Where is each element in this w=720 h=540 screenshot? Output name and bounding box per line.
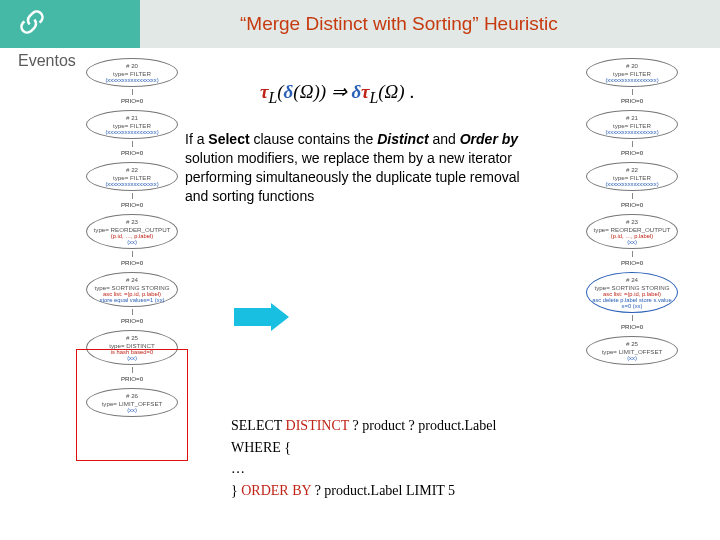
formula: τL(δ(Ω)) ⇒ δτL(Ω) . bbox=[260, 80, 414, 107]
node-filter: # 22type= FILTER(xxxxxxxxxxxxxxxxx) bbox=[586, 162, 678, 191]
code-line: WHERE { bbox=[231, 437, 496, 459]
node-sorting-merged: # 24type= SORTING STORINGasc list: =(p.i… bbox=[586, 272, 678, 313]
pipeline-after: # 20type= FILTER(xxxxxxxxxxxxxxxxx) PRIO… bbox=[572, 58, 692, 367]
node-reorder: # 23type= REORDER_OUTPUT(p.id, …, p.labe… bbox=[586, 214, 678, 249]
node-filter: # 22type= FILTER(xxxxxxxxxxxxxxxxx) bbox=[86, 162, 178, 191]
code-line: } ORDER BY ? product.Label LIMIT 5 bbox=[231, 480, 496, 502]
code-line: SELECT DISTINCT ? product ? product.Labe… bbox=[231, 415, 496, 437]
link-icon bbox=[18, 8, 46, 40]
pipeline-before: # 20type= FILTER(xxxxxxxxxxxxxxxxx) PRIO… bbox=[72, 58, 192, 419]
header-accent bbox=[0, 0, 140, 48]
slide: “Merge Distinct with Sorting” Heuristic … bbox=[0, 0, 720, 540]
node-filter: # 20type= FILTER(xxxxxxxxxxxxxxxxx) bbox=[86, 58, 178, 87]
node-limit: # 25type= LIMIT_OFFSET(xx) bbox=[586, 336, 678, 365]
section-label: Eventos bbox=[18, 52, 76, 70]
node-limit: # 26type= LIMIT_OFFSET(xx) bbox=[86, 388, 178, 417]
node-reorder: # 23type= REORDER_OUTPUT(p.id, …, p.labe… bbox=[86, 214, 178, 249]
node-filter: # 20type= FILTER(xxxxxxxxxxxxxxxxx) bbox=[586, 58, 678, 87]
sparql-code: SELECT DISTINCT ? product ? product.Labe… bbox=[231, 415, 496, 502]
node-filter: # 21type= FILTER(xxxxxxxxxxxxxxxxx) bbox=[86, 110, 178, 139]
slide-title: “Merge Distinct with Sorting” Heuristic bbox=[240, 13, 558, 35]
code-line: … bbox=[231, 458, 496, 480]
node-distinct: # 25type= DISTINCTis hash based=0(xx) bbox=[86, 330, 178, 365]
arrow-icon bbox=[234, 303, 289, 331]
node-sorting: # 24type= SORTING STORINGasc list: =(p.i… bbox=[86, 272, 178, 307]
description-paragraph: If a Select clause contains the Distinct… bbox=[185, 130, 530, 206]
header-bar: “Merge Distinct with Sorting” Heuristic bbox=[140, 0, 720, 48]
node-filter: # 21type= FILTER(xxxxxxxxxxxxxxxxx) bbox=[586, 110, 678, 139]
header: “Merge Distinct with Sorting” Heuristic bbox=[0, 0, 720, 48]
